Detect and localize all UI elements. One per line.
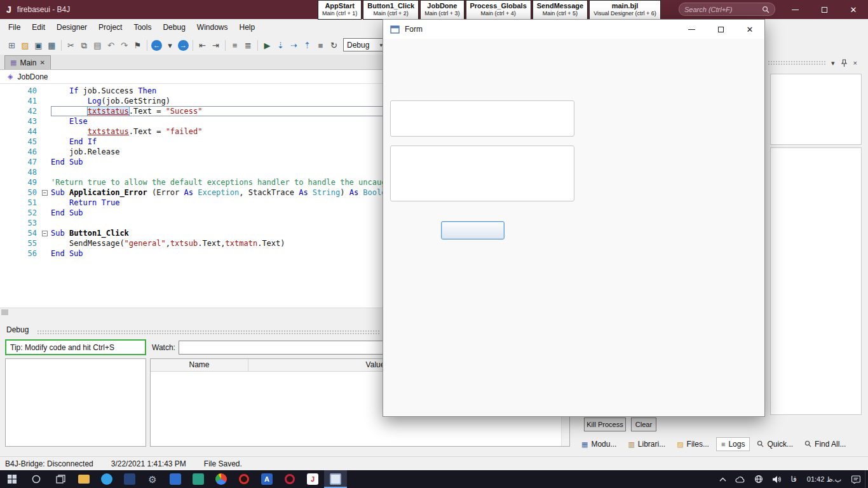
fold-gutter (42, 147, 51, 157)
menu-edit[interactable]: Edit (26, 20, 51, 35)
form-minimize-button[interactable] (677, 20, 706, 39)
network-tray-item[interactable] (750, 470, 768, 488)
minimize-icon (792, 10, 799, 10)
line-number: 43 (0, 116, 42, 126)
tab-modu[interactable]: ▦Modu... (577, 438, 621, 451)
comment-icon[interactable]: ≡ (228, 37, 241, 53)
tab-close-icon[interactable]: ✕ (39, 59, 44, 66)
step-out-icon[interactable]: ⇡ (301, 37, 314, 53)
form-textfield-body[interactable] (390, 146, 574, 201)
taskbar-app-file-explorer[interactable] (72, 470, 95, 488)
line-number: 56 (0, 248, 42, 259)
quick-nav-item-sendmessage[interactable]: SendMessageMain (ctrl + 5) (532, 0, 588, 20)
fold-icon[interactable]: − (42, 228, 51, 238)
taskbar-app-settings[interactable]: ⚙ (141, 470, 164, 488)
step-into-icon[interactable]: ⇣ (274, 37, 287, 53)
copy-icon[interactable]: ⧉ (78, 37, 91, 53)
cut-icon[interactable]: ✂ (64, 37, 78, 53)
form-maximize-button[interactable] (706, 20, 735, 39)
start-button[interactable] (0, 470, 24, 488)
taskbar-app-word-a[interactable]: A (255, 470, 278, 488)
run-icon[interactable]: ▶ (261, 37, 274, 53)
save-all-icon[interactable]: ▦ (45, 37, 58, 53)
menu-help[interactable]: Help (234, 20, 261, 35)
task-view-button[interactable] (48, 470, 72, 488)
redo-icon[interactable]: ↷ (118, 37, 131, 53)
tab-findall[interactable]: Find All... (800, 438, 850, 451)
quick-nav-item-appstart[interactable]: AppStartMain (ctrl + 1) (318, 0, 362, 20)
menu-tools[interactable]: Tools (128, 20, 157, 35)
kill-process-button[interactable]: Kill Process (584, 417, 626, 431)
form-send-button[interactable] (441, 221, 505, 240)
new-module-icon[interactable]: ⊞ (5, 37, 18, 53)
taskbar-clock[interactable]: 01:42 ب.ظ (801, 470, 847, 488)
chevron-up-icon (719, 477, 726, 482)
windows-logo-icon (8, 475, 17, 484)
fold-icon[interactable]: − (42, 187, 51, 198)
maximize-button[interactable] (810, 0, 839, 19)
tab-main[interactable]: ▦ Main ✕ (4, 55, 51, 69)
form-textfield-subject[interactable] (390, 100, 574, 137)
clear-logs-button[interactable]: Clear (631, 417, 656, 431)
menu-project[interactable]: Project (93, 20, 128, 35)
pin-icon[interactable] (841, 59, 848, 67)
step-over-icon[interactable]: ⇢ (287, 37, 301, 53)
taskbar-app-opera[interactable] (233, 470, 255, 488)
tab-logs[interactable]: ≡Logs (716, 437, 750, 451)
fold-gutter (42, 218, 51, 228)
outdent-icon[interactable]: ⇤ (196, 37, 209, 53)
build-mode-select[interactable]: Debug ▾ (343, 38, 386, 51)
form-close-button[interactable]: ✕ (735, 20, 764, 39)
taskbar-app-app-azure[interactable] (164, 470, 187, 488)
tab-librari[interactable]: ▥Librari... (623, 438, 670, 451)
volume-tray-item[interactable] (768, 470, 786, 488)
action-center-button[interactable] (847, 470, 865, 488)
form-title-bar[interactable]: Form ✕ (383, 20, 764, 39)
quick-nav-item-main.bjl[interactable]: main.bjlVisual Designer (ctrl + 6) (589, 0, 661, 20)
quick-search-box[interactable]: Search (Ctrl+F) (679, 3, 775, 16)
taskbar-app-opera-gx[interactable] (278, 470, 301, 488)
taskbar-app-b4j[interactable]: J (301, 470, 324, 488)
panel-close-icon[interactable]: × (853, 59, 857, 67)
tab-quick[interactable]: Quick... (752, 438, 797, 451)
taskbar-app-chrome[interactable] (210, 470, 233, 488)
menu-windows[interactable]: Windows (191, 20, 234, 35)
menu-file[interactable]: File (3, 20, 26, 35)
hscroll-thumb[interactable] (1, 309, 8, 315)
tab-files[interactable]: ▨Files... (672, 438, 714, 451)
navigate-back-icon[interactable]: ← (150, 37, 163, 53)
chevron-down-icon[interactable]: ▾ (831, 59, 835, 67)
menu-designer[interactable]: Designer (51, 20, 93, 35)
show-desktop-button[interactable] (865, 470, 868, 488)
paste-icon[interactable]: ▤ (91, 37, 104, 53)
quick-nav-item-button1_click[interactable]: Button1_ClickMain (ctrl + 2) (363, 0, 419, 20)
taskbar-app-app-blue[interactable] (95, 470, 118, 488)
system-tray: فا 01:42 ب.ظ (715, 470, 868, 488)
close-button[interactable]: ✕ (839, 0, 868, 19)
indent-icon[interactable]: ⇥ (209, 37, 222, 53)
undo-icon[interactable]: ↶ (104, 37, 118, 53)
uncomment-icon[interactable]: ≣ (241, 37, 255, 53)
save-icon[interactable]: ▣ (32, 37, 45, 53)
menu-debug[interactable]: Debug (157, 20, 191, 35)
minimize-button[interactable] (780, 0, 810, 19)
stop-icon[interactable]: ■ (314, 37, 327, 53)
quick-nav-item-process_globals[interactable]: Process_GlobalsMain (ctrl + 4) (466, 0, 531, 20)
bookmark-icon[interactable]: ⚑ (131, 37, 144, 53)
onedrive-tray-item[interactable] (731, 470, 750, 488)
tray-overflow-button[interactable] (715, 470, 731, 488)
restart-icon[interactable]: ↻ (327, 37, 341, 53)
taskbar-app-app-navy[interactable] (118, 470, 141, 488)
taskbar-app-running-form-app[interactable] (324, 470, 347, 488)
open-project-icon[interactable]: ▨ (18, 37, 32, 53)
navigate-forward-icon[interactable]: → (177, 37, 190, 53)
cortana-search-button[interactable] (24, 470, 48, 488)
current-sub-name[interactable]: JobDone (17, 72, 48, 81)
back-history-dropdown-icon[interactable]: ▾ (163, 37, 177, 53)
language-indicator[interactable]: فا (786, 470, 801, 488)
column-header-name[interactable]: Name (151, 359, 248, 371)
quick-nav-item-jobdone[interactable]: JobDoneMain (ctrl + 3) (420, 0, 464, 20)
panel-grip[interactable] (37, 330, 380, 334)
taskbar-app-app-teal[interactable] (187, 470, 210, 488)
right-panel-grip[interactable] (768, 60, 826, 65)
